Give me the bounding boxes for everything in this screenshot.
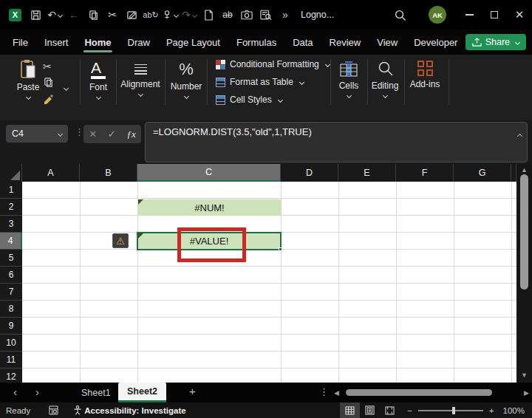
horizontal-scrollbar[interactable]: ◀ ▶ — [334, 387, 529, 398]
replace-icon[interactable]: ab↻ — [141, 5, 160, 24]
column-header-E[interactable]: E — [338, 164, 396, 182]
tab-page-layout[interactable]: Page Layout — [158, 32, 228, 52]
fill-handle[interactable] — [279, 247, 282, 251]
enter-icon[interactable]: ✓ — [108, 129, 116, 140]
copy-dropdown-chevron-icon[interactable] — [62, 80, 68, 93]
hscroll-right-icon[interactable]: ▶ — [524, 389, 529, 397]
cut-button[interactable]: ✂ — [43, 61, 52, 72]
cut-icon[interactable]: ✂ — [103, 5, 122, 24]
addins-button[interactable]: Add-ins — [407, 61, 443, 89]
tab-file[interactable]: File — [4, 32, 36, 52]
tab-formulas[interactable]: Formulas — [228, 32, 284, 52]
column-header-A[interactable]: A — [22, 164, 80, 182]
scroll-down-icon[interactable]: ▼ — [516, 371, 532, 379]
select-all-corner[interactable] — [0, 164, 22, 182]
formula-input[interactable]: =LOGNORM.DIST(3.5,"old",1,TRUE) — [145, 122, 528, 162]
error-warning-button[interactable]: ⚠ — [112, 233, 129, 248]
row-header-12[interactable]: 12 — [0, 369, 22, 383]
number-group-button[interactable]: % Number — [168, 61, 204, 98]
back-arrow-icon[interactable]: ← — [64, 5, 83, 24]
vertical-scroll-thumb[interactable] — [520, 174, 528, 289]
insert-function-icon[interactable]: ƒx — [126, 129, 135, 140]
row-header-11[interactable]: 11 — [0, 352, 22, 369]
share-button[interactable]: Share — [466, 34, 526, 50]
cells-group-button[interactable]: Cells — [333, 61, 364, 97]
qat-overflow-icon[interactable]: » — [276, 5, 295, 24]
save-icon[interactable] — [26, 5, 45, 24]
touch-mouse-mode-icon[interactable] — [160, 5, 180, 24]
add-sheet-icon[interactable]: + — [189, 385, 196, 397]
vertical-scrollbar[interactable]: ▲ ▼ — [516, 164, 532, 383]
column-header-F[interactable]: F — [396, 164, 454, 182]
maximize-button[interactable] — [482, 4, 507, 25]
horizontal-scroll-thumb[interactable] — [346, 389, 492, 396]
column-header-D[interactable]: D — [281, 164, 338, 182]
row-header-4[interactable]: 4 — [0, 233, 22, 250]
tab-insert[interactable]: Insert — [36, 32, 77, 52]
paste-button[interactable]: Paste — [13, 59, 43, 99]
tab-draw[interactable]: Draw — [120, 32, 158, 52]
font-group-button[interactable]: A Font — [83, 61, 113, 99]
new-file-icon[interactable] — [199, 5, 218, 24]
cancel-icon[interactable]: ✕ — [89, 129, 97, 140]
editing-label: Editing — [372, 80, 399, 91]
minimize-button[interactable] — [457, 4, 482, 25]
alignment-group-button[interactable]: Alignment — [120, 62, 161, 96]
redo-icon[interactable]: ↷ — [180, 5, 199, 24]
sheet-tab-sheet1[interactable]: Sheet1 — [72, 383, 120, 402]
close-button[interactable]: ✕ — [507, 4, 532, 25]
page-break-view-button[interactable] — [380, 402, 400, 418]
name-box[interactable]: C4 — [6, 125, 68, 143]
row-header-10[interactable]: 10 — [0, 335, 22, 352]
tab-data[interactable]: Data — [284, 32, 321, 52]
zoom-out-button[interactable]: − — [407, 406, 412, 415]
format-painter-button[interactable] — [43, 93, 55, 105]
row-header-7[interactable]: 7 — [0, 284, 22, 301]
row-header-5[interactable]: 5 — [0, 250, 22, 267]
accessibility-status[interactable]: Accessibility: Investigate — [84, 406, 185, 415]
column-header-G[interactable]: G — [454, 164, 511, 182]
copy-button[interactable] — [43, 77, 54, 88]
normal-view-button[interactable] — [340, 402, 360, 418]
sheet-nav-prev-icon[interactable]: ‹ — [13, 386, 17, 398]
macro-record-icon[interactable] — [44, 402, 64, 418]
tab-home[interactable]: Home — [76, 32, 119, 52]
column-header-C[interactable]: C — [137, 164, 281, 182]
row-header-3[interactable]: 3 — [0, 216, 22, 233]
search-icon[interactable] — [390, 5, 409, 24]
camera-icon[interactable] — [237, 5, 256, 24]
excel-logo-icon[interactable]: X — [9, 9, 21, 21]
page-layout-view-button[interactable] — [360, 402, 380, 418]
sheet-nav-next-icon[interactable]: › — [35, 386, 39, 398]
formula-bar-collapse-icon[interactable] — [516, 128, 522, 141]
tab-review[interactable]: Review — [321, 32, 369, 52]
format-as-table-button[interactable]: Format as Table — [216, 77, 304, 87]
zoom-slider-thumb[interactable] — [452, 407, 455, 414]
document-search-icon[interactable] — [256, 5, 276, 24]
sheet-more-icon[interactable]: ⋮ — [319, 386, 329, 397]
cell-styles-button[interactable]: Cell Styles — [216, 95, 282, 105]
row-header-9[interactable]: 9 — [0, 318, 22, 335]
zoom-level[interactable]: 100% — [503, 406, 525, 415]
zoom-slider[interactable] — [418, 410, 483, 411]
hscroll-left-icon[interactable]: ◀ — [334, 389, 339, 397]
row-header-1[interactable]: 1 — [0, 182, 22, 199]
column-header-B[interactable]: B — [80, 164, 137, 182]
row-header-6[interactable]: 6 — [0, 267, 22, 284]
row-header-2[interactable]: 2 — [0, 199, 22, 216]
row-header-8[interactable]: 8 — [0, 301, 22, 318]
edit-icon[interactable] — [122, 5, 141, 24]
avatar[interactable]: AK — [429, 6, 446, 24]
tab-view[interactable]: View — [369, 32, 406, 52]
scroll-up-icon[interactable]: ▲ — [516, 166, 532, 174]
sheet-tab-sheet2[interactable]: Sheet2 — [118, 383, 166, 402]
zoom-in-button[interactable]: + — [489, 406, 494, 415]
sheet-grid[interactable]: A B C D E F G 1 2 3 4 5 6 7 8 9 10 11 — [0, 164, 516, 383]
cell-C2[interactable]: #NUM! — [138, 199, 281, 216]
strikethrough-icon[interactable]: ab — [218, 5, 237, 24]
editing-group-button[interactable]: Editing — [369, 61, 401, 97]
tab-developer[interactable]: Developer — [406, 32, 466, 52]
copy-icon[interactable] — [83, 5, 103, 24]
undo-icon[interactable]: ↶ — [45, 5, 64, 24]
conditional-formatting-button[interactable]: Conditional Formatting — [216, 59, 330, 69]
